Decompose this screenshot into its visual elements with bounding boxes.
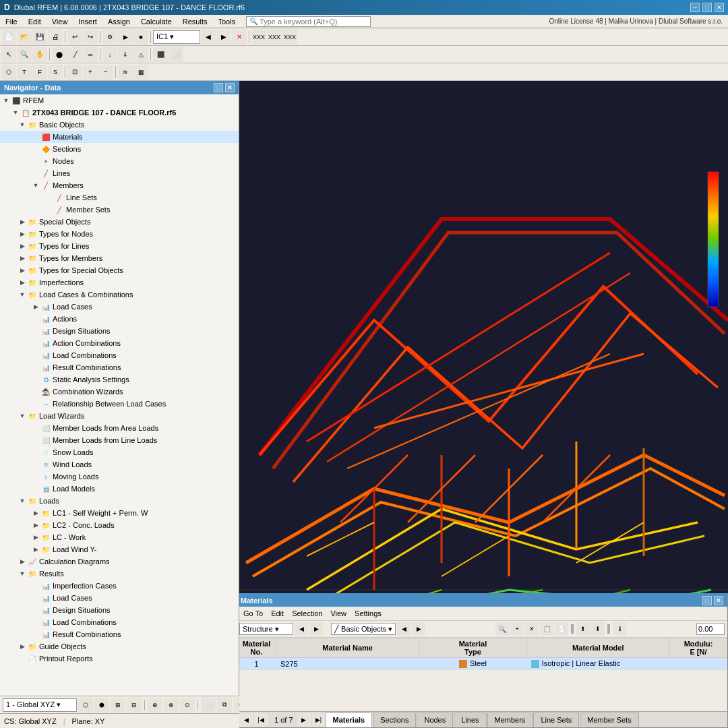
nav-close-button[interactable]: ✕ (225, 83, 235, 92)
imperfections-toggle[interactable]: ▶ (18, 278, 27, 287)
tree-item-guide-objects[interactable]: ▶ 📁 Guide Objects (0, 640, 239, 653)
tree-item-lines[interactable]: ▶ ╱ Lines (0, 167, 239, 179)
types-lines-toggle[interactable]: ▶ (18, 241, 27, 251)
panel-tb-delete[interactable]: ✕ (525, 622, 539, 636)
tb-zoomin[interactable]: + (83, 65, 98, 80)
panel-menu-selection[interactable]: Selection (288, 608, 326, 619)
tab-materials[interactable]: Materials (326, 712, 373, 727)
tb-snap1[interactable]: ⊕ (148, 698, 162, 712)
tree-item-res-design-situations[interactable]: ▶ 📊 Design Situations (0, 604, 239, 616)
tb-wire[interactable]: ⬜ (169, 47, 183, 62)
types-nodes-toggle[interactable]: ▶ (18, 229, 27, 239)
tb-redo[interactable]: ↪ (83, 30, 98, 44)
tree-item-res-load-combinations[interactable]: ▶ 📊 Load Combinations (0, 616, 239, 628)
panel-tb-next2[interactable]: ▶ (412, 622, 425, 636)
menu-view[interactable]: View (47, 16, 73, 27)
tb-next[interactable]: ▶ (216, 30, 231, 44)
tree-item-member-loads-line[interactable]: ▶ ⬜ Member Loads from Line Loads (0, 434, 239, 446)
tree-item-materials[interactable]: ▶ 🟥 Materials (0, 131, 239, 143)
tab-nodes[interactable]: Nodes (417, 712, 453, 727)
tb-member[interactable]: ═ (83, 47, 98, 62)
types-special-toggle[interactable]: ▶ (18, 266, 27, 275)
tb-xxx1[interactable]: XXX (251, 30, 266, 44)
panel-menu-view[interactable]: View (326, 608, 351, 619)
basic-objects-dropdown[interactable]: ╱ Basic Objects ▾ (331, 623, 396, 635)
tree-item-member-sets[interactable]: ▶ ╱ Member Sets (0, 204, 239, 216)
tree-item-types-nodes[interactable]: ▶ 📁 Types for Nodes (0, 228, 239, 240)
tree-item-combo-wizards[interactable]: ▶ 🧙 Combination Wizards (0, 386, 239, 398)
panel-tab-first[interactable]: |◀ (254, 713, 268, 727)
structure-dropdown[interactable]: Structure ▾ (239, 623, 293, 635)
ic1-dropdown[interactable]: IC1 ▾ (153, 30, 200, 44)
tree-item-static-analysis[interactable]: ▶ ⚙ Static Analysis Settings (0, 373, 239, 386)
tb-stress[interactable]: ▦ (133, 65, 148, 80)
panel-menu-edit[interactable]: Edit (267, 608, 288, 619)
members-toggle[interactable]: ▼ (31, 181, 40, 190)
tb-run[interactable]: ▶ (118, 30, 133, 44)
tree-item-lc2[interactable]: ▶ 📁 LC2 - Conc. Loads (0, 519, 239, 531)
nav-restore-button[interactable]: □ (214, 83, 223, 92)
panel-tb-export[interactable]: ⬇ (591, 622, 605, 636)
tab-line-sets[interactable]: Line Sets (533, 712, 579, 727)
tb-cs-btn3[interactable]: ⊞ (111, 698, 125, 712)
menu-tools[interactable]: Tools (212, 16, 241, 27)
panel-tb-import[interactable]: ⬆ (576, 622, 590, 636)
panel-menu-settings[interactable]: Settings (351, 608, 386, 619)
tb-pan[interactable]: ✋ (32, 47, 47, 62)
value-input[interactable]: 0.00 (696, 623, 725, 635)
tree-item-types-members[interactable]: ▶ 📁 Types for Members (0, 252, 239, 264)
tree-item-loads[interactable]: ▼ 📁 Loads (0, 495, 239, 507)
lc4-toggle[interactable]: ▶ (31, 545, 40, 554)
menu-calculate[interactable]: Calculate (135, 16, 177, 27)
tree-item-design-situations[interactable]: ▶ 📊 Design Situations (0, 325, 239, 337)
tab-lines[interactable]: Lines (454, 712, 486, 727)
cs-dropdown[interactable]: 1 - Global XYZ ▾ (3, 698, 77, 712)
tree-item-printout-reports[interactable]: ▶ 📄 Printout Reports (0, 653, 239, 665)
tb-node[interactable]: ⬤ (52, 47, 67, 62)
tb-new[interactable]: 📄 (1, 30, 16, 44)
rfem-toggle[interactable]: ▼ (1, 96, 11, 105)
panel-tb-prev[interactable]: ◀ (295, 622, 308, 636)
tree-item-snow-loads[interactable]: ▶ ❄ Snow Loads (0, 446, 239, 458)
tb-calc[interactable]: ⚙ (102, 30, 117, 44)
tree-item-nodes[interactable]: ▶ • Nodes (0, 155, 239, 167)
tree-item-load-combinations[interactable]: ▶ 📊 Load Combinations (0, 349, 239, 361)
tree-item-load-models[interactable]: ▶ ▤ Load Models (0, 483, 239, 495)
tree-item-types-lines[interactable]: ▶ 📁 Types for Lines (0, 240, 239, 252)
tb-snap3[interactable]: ⊙ (180, 698, 195, 712)
tb-load[interactable]: ↓ (102, 47, 117, 62)
load-wizards-toggle[interactable]: ▼ (18, 411, 27, 421)
menu-insert[interactable]: Insert (73, 16, 102, 27)
load-cases-toggle[interactable]: ▶ (31, 302, 40, 311)
tree-item-members[interactable]: ▼ ╱ Members (0, 179, 239, 191)
tb-stop[interactable]: ■ (133, 30, 148, 44)
tree-item-load-cases[interactable]: ▶ 📊 Load Cases (0, 301, 239, 313)
panel-tb-search2[interactable]: 🔍 (495, 622, 509, 636)
tree-item-lc4[interactable]: ▶ 📁 Load Wind Y- (0, 543, 239, 555)
tree-item-calc-diagrams[interactable]: ▶ 📈 Calculation Diagrams (0, 555, 239, 568)
tree-item-project[interactable]: ▼ 📋 2TX043 BRIDGE 107 - DANCE FLOOR.rf6 (0, 107, 239, 119)
tree-item-lc-combos[interactable]: ▼ 📁 Load Cases & Combinations (0, 289, 239, 301)
panel-tb-prev2[interactable]: ◀ (397, 622, 411, 636)
tb-open[interactable]: 📂 (17, 30, 32, 44)
types-members-toggle[interactable]: ▶ (18, 253, 27, 263)
tree-item-special-objects[interactable]: ▶ 📁 Special Objects (0, 216, 239, 228)
tb-print[interactable]: 🖨 (48, 30, 63, 44)
materials-panel-restore[interactable]: □ (702, 596, 712, 605)
lc-combos-toggle[interactable]: ▼ (18, 290, 27, 299)
tb-disp2[interactable]: ⬜ (201, 698, 216, 712)
tree-item-action-combinations[interactable]: ▶ 📊 Action Combinations (0, 337, 239, 349)
tb-front[interactable]: F (32, 65, 47, 80)
tree-item-moving-loads[interactable]: ▶ ↕ Moving Loads (0, 471, 239, 483)
table-row[interactable]: 1 S275 Steel Isotropic | Linear Elastic (239, 658, 727, 670)
tb-cs-btn4[interactable]: ⊟ (127, 698, 142, 712)
tb-cs-btn2[interactable]: ⬢ (94, 698, 109, 712)
tb-side[interactable]: S (48, 65, 63, 80)
tb-xxx2[interactable]: XXX (267, 30, 282, 44)
tb-xxx3[interactable]: XXX (282, 30, 297, 44)
tree-item-res-result-combinations[interactable]: ▶ 📊 Result Combinations (0, 628, 239, 640)
maximize-button[interactable]: □ (702, 3, 712, 12)
panel-tb-copy[interactable]: 📋 (540, 622, 553, 636)
tree-item-res-imperfection[interactable]: ▶ 📊 Imperfection Cases (0, 580, 239, 592)
tree-item-lc1[interactable]: ▶ 📁 LC1 - Self Weight + Perm. W (0, 507, 239, 519)
